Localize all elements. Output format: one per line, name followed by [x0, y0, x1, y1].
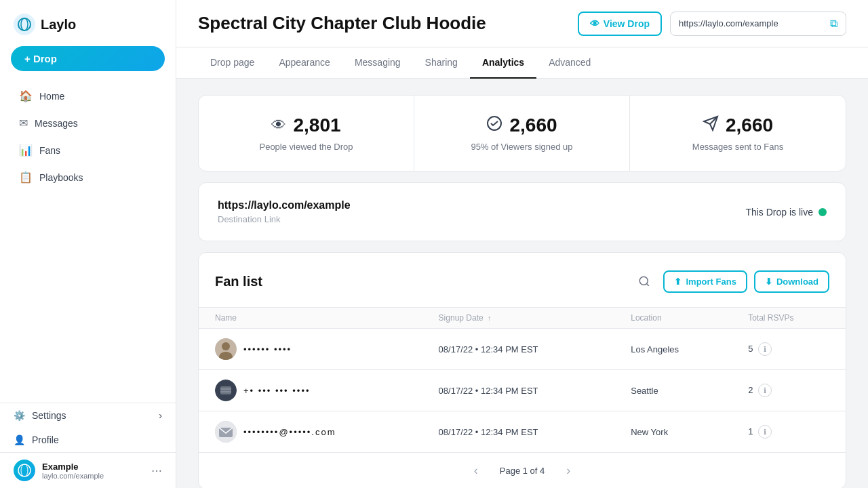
- sidebar-item-label-playbooks: Playbooks: [39, 172, 83, 183]
- live-text: This Drop is live: [745, 207, 813, 218]
- account-info: Example laylo.com/example: [42, 462, 144, 480]
- tab-drop-page[interactable]: Drop page: [198, 47, 267, 79]
- account-name: Example: [42, 462, 144, 472]
- account-url: laylo.com/example: [42, 472, 144, 480]
- import-icon: ⬆: [674, 277, 682, 287]
- messages-icon: ✉: [19, 117, 28, 129]
- live-badge: This Drop is live: [745, 207, 827, 218]
- copy-icon[interactable]: ⧉: [830, 18, 837, 30]
- svg-point-3: [21, 464, 28, 476]
- fan-name-1: •••••• ••••: [243, 344, 292, 354]
- col-location: Location: [614, 308, 732, 329]
- sidebar-item-home[interactable]: 🏠 Home: [5, 83, 170, 109]
- chevron-right-icon: ›: [159, 410, 162, 421]
- fan-date-2: 08/17/22 • 12:34 PM EST: [422, 370, 615, 411]
- profile-item[interactable]: 👤 Profile: [0, 428, 176, 452]
- sidebar-item-playbooks[interactable]: 📋 Playbooks: [5, 164, 170, 190]
- eye-icon: 👁: [590, 18, 599, 29]
- stat-signups: 2,660 95% of Viewers signed up: [414, 96, 630, 171]
- col-total-rsvps: Total RSVPs: [732, 308, 846, 329]
- sidebar-item-label-messages: Messages: [35, 118, 78, 129]
- fan-date-1: 08/17/22 • 12:34 PM EST: [422, 329, 615, 370]
- send-stat-icon: [703, 115, 719, 136]
- table-row: +• ••• ••• •••• 08/17/22 • 12:34 PM EST …: [199, 370, 846, 411]
- import-fans-button[interactable]: ⬆ Import Fans: [663, 270, 747, 293]
- url-box: https://laylo.com/example ⧉: [670, 12, 846, 36]
- table-row: ••••••••@•••••.com 08/17/22 • 12:34 PM E…: [199, 411, 846, 453]
- fan-table: Name Signup Date ↑ Location Total RSVPs: [199, 307, 846, 452]
- col-signup-date[interactable]: Signup Date ↑: [422, 308, 615, 329]
- sidebar-item-messages[interactable]: ✉ Messages: [5, 110, 170, 136]
- page-info: Page 1 of 4: [500, 466, 545, 476]
- tab-sharing[interactable]: Sharing: [413, 47, 470, 79]
- fan-list-header: Fan list ⬆ Import Fans ⬇ Downloa: [199, 269, 846, 307]
- account-row[interactable]: Example laylo.com/example ⋯: [0, 452, 176, 488]
- prev-page-button[interactable]: ‹: [474, 464, 478, 478]
- fan-list-title: Fan list: [215, 274, 262, 289]
- fan-name-3: ••••••••@•••••.com: [243, 427, 336, 437]
- fan-table-body: •••••• •••• 08/17/22 • 12:34 PM EST Los …: [199, 329, 846, 453]
- info-icon-1[interactable]: ℹ: [758, 342, 772, 356]
- fan-name-cell-1: •••••• ••••: [199, 329, 422, 370]
- sidebar-item-fans[interactable]: 📊 Fans: [5, 137, 170, 163]
- fan-avatar-3: [215, 421, 237, 443]
- view-drop-button[interactable]: 👁 View Drop: [578, 12, 662, 36]
- live-indicator: [818, 208, 827, 216]
- svg-point-0: [18, 18, 31, 30]
- tab-analytics[interactable]: Analytics: [470, 47, 536, 79]
- fan-search-button[interactable]: [632, 269, 656, 293]
- stat-views-top: 👁 2,801: [215, 115, 397, 136]
- info-icon-3[interactable]: ℹ: [758, 425, 772, 439]
- tabs: Drop page Appearance Messaging Sharing A…: [176, 47, 868, 79]
- eye-stat-icon: 👁: [271, 117, 286, 134]
- more-icon[interactable]: ⋯: [151, 464, 162, 477]
- col-name: Name: [199, 308, 422, 329]
- sort-icon: ↑: [488, 314, 492, 322]
- fan-name-cell-3: ••••••••@•••••.com: [199, 411, 422, 453]
- fans-icon: 📊: [19, 144, 33, 157]
- info-icon-2[interactable]: ℹ: [758, 384, 772, 397]
- download-button[interactable]: ⬇ Download: [754, 270, 829, 293]
- check-stat-icon: [486, 115, 502, 136]
- header-url: https://laylo.com/example: [679, 18, 825, 28]
- stat-messages-label: Messages sent to Fans: [646, 142, 829, 152]
- stat-views-label: People viewed the Drop: [215, 142, 397, 152]
- pagination: ‹ Page 1 of 4 ›: [199, 452, 846, 488]
- svg-point-7: [640, 277, 648, 285]
- sidebar: Laylo + Drop 🏠 Home ✉ Messages 📊 Fans 📋 …: [0, 0, 176, 488]
- fan-rsvps-2: 2 ℹ: [732, 370, 846, 411]
- fan-rsvps-3: 1 ℹ: [732, 411, 846, 453]
- profile-label: Profile: [32, 434, 59, 445]
- next-page-button[interactable]: ›: [566, 464, 570, 478]
- logo-area: Laylo: [0, 0, 176, 46]
- destination-url: https://laylo.com/example: [218, 199, 351, 211]
- fan-list-actions: ⬆ Import Fans ⬇ Download: [632, 269, 829, 293]
- tab-advanced[interactable]: Advanced: [536, 47, 603, 79]
- stat-views: 👁 2,801 People viewed the Drop: [199, 96, 414, 171]
- drop-button[interactable]: + Drop: [11, 46, 165, 71]
- link-card: https://laylo.com/example Destination Li…: [198, 182, 846, 241]
- fan-list-card: Fan list ⬆ Import Fans ⬇ Downloa: [198, 252, 846, 488]
- svg-point-2: [18, 464, 31, 476]
- stat-signups-number: 2,660: [509, 115, 557, 136]
- svg-point-1: [21, 18, 28, 30]
- top-header: Spectral City Chapter Club Hoodie 👁 View…: [176, 0, 868, 47]
- settings-item[interactable]: ⚙️ Settings ›: [0, 403, 176, 428]
- fan-rsvps-1: 5 ℹ: [732, 329, 846, 370]
- fan-avatar-2: [215, 380, 237, 401]
- destination-label: Destination Link: [218, 214, 351, 224]
- sidebar-item-label-home: Home: [39, 91, 64, 102]
- fan-location-1: Los Angeles: [614, 329, 732, 370]
- stat-messages-number: 2,660: [726, 115, 773, 136]
- svg-line-8: [647, 283, 649, 285]
- profile-icon: 👤: [14, 434, 25, 445]
- fan-name-cell-2: +• ••• ••• ••••: [199, 370, 422, 411]
- fan-date-3: 08/17/22 • 12:34 PM EST: [422, 411, 615, 453]
- settings-icon: ⚙️: [14, 410, 25, 421]
- content: 👁 2,801 People viewed the Drop 2,660 95%…: [176, 79, 868, 488]
- fan-location-3: New York: [614, 411, 732, 453]
- svg-rect-13: [220, 386, 231, 394]
- stat-messages-top: 2,660: [646, 115, 829, 136]
- tab-messaging[interactable]: Messaging: [342, 47, 413, 79]
- tab-appearance[interactable]: Appearance: [267, 47, 342, 79]
